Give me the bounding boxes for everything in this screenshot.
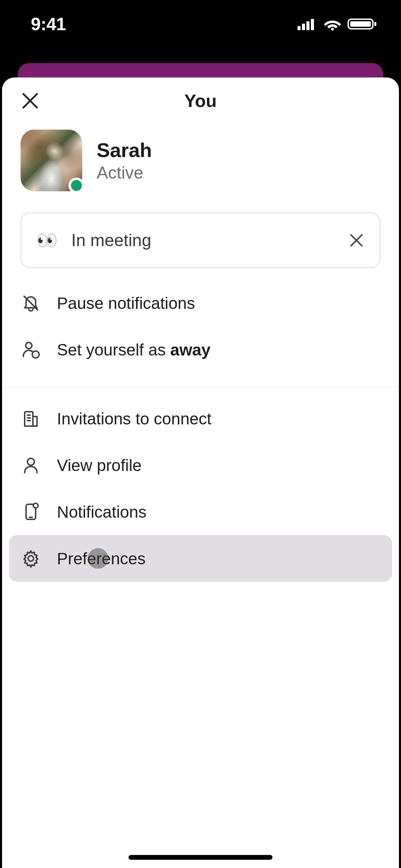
menu-item-label: Notifications	[57, 503, 146, 521]
svg-rect-2	[306, 21, 309, 30]
svg-point-14	[28, 556, 34, 561]
sheet-header: You	[2, 77, 399, 124]
notifications-row[interactable]: Notifications	[2, 489, 399, 535]
close-icon	[21, 91, 40, 110]
status-text: In meeting	[71, 230, 332, 250]
gear-icon	[21, 549, 40, 568]
svg-rect-6	[350, 21, 371, 27]
menu-item-label: View profile	[57, 456, 142, 475]
view-profile-row[interactable]: View profile	[2, 442, 399, 489]
person-away-icon	[21, 340, 40, 359]
status-bar: 9:41	[0, 0, 401, 48]
svg-point-8	[26, 342, 32, 349]
status-indicators	[297, 17, 377, 31]
menu-group-account: Invitations to connect View profile Noti…	[2, 395, 399, 590]
svg-rect-3	[311, 19, 314, 30]
preferences-row[interactable]: Preferences	[9, 535, 392, 582]
person-icon	[21, 456, 40, 475]
touch-indicator-icon	[88, 548, 108, 569]
svg-point-9	[32, 351, 39, 358]
status-chip[interactable]: 👀 In meeting	[21, 213, 380, 268]
profile-presence: Active	[97, 163, 152, 183]
clear-status-button[interactable]	[345, 229, 367, 251]
svg-point-4	[331, 28, 334, 31]
menu-item-label: Set yourself as away	[57, 340, 210, 359]
svg-rect-0	[297, 26, 301, 30]
wifi-icon	[324, 17, 341, 31]
svg-point-11	[27, 458, 34, 465]
status-time: 9:41	[31, 14, 66, 34]
building-icon	[21, 409, 40, 428]
profile-text: Sarah Active	[97, 138, 152, 183]
home-indicator[interactable]	[129, 855, 272, 860]
pause-notifications-row[interactable]: Pause notifications	[2, 280, 399, 326]
bell-off-icon	[21, 293, 40, 313]
svg-rect-7	[374, 22, 376, 26]
battery-icon	[348, 17, 377, 31]
presence-indicator-icon	[69, 178, 84, 193]
menu-item-label: Pause notifications	[57, 294, 195, 313]
close-icon	[349, 233, 364, 248]
you-sheet: You Sarah Active 👀 In meeting	[2, 77, 399, 868]
svg-rect-10	[25, 412, 33, 426]
svg-rect-1	[302, 24, 305, 30]
invitations-row[interactable]: Invitations to connect	[2, 395, 399, 442]
status-emoji-icon: 👀	[36, 230, 58, 250]
device-notification-icon	[21, 502, 40, 521]
profile-name: Sarah	[97, 138, 152, 161]
avatar	[21, 130, 82, 191]
sheet-title: You	[184, 91, 217, 111]
divider	[2, 387, 399, 387]
menu-group-presence: Pause notifications Set yourself as away	[2, 272, 399, 381]
profile-row[interactable]: Sarah Active	[2, 124, 399, 201]
svg-point-13	[33, 503, 38, 508]
cellular-icon	[297, 18, 317, 30]
set-away-row[interactable]: Set yourself as away	[2, 326, 399, 373]
menu-item-label: Invitations to connect	[57, 409, 211, 428]
close-button[interactable]	[18, 88, 42, 113]
